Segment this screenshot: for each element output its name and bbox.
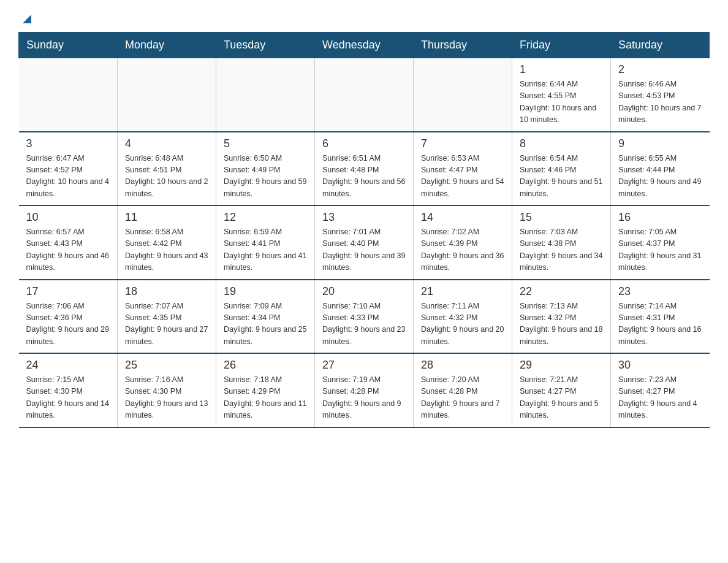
day-info: Sunrise: 7:07 AM Sunset: 4:35 PM Dayligh… (125, 301, 208, 348)
calendar-cell: 27Sunrise: 7:19 AM Sunset: 4:28 PM Dayli… (315, 353, 414, 427)
calendar-cell: 14Sunrise: 7:02 AM Sunset: 4:39 PM Dayli… (414, 205, 512, 280)
calendar-cell: 13Sunrise: 7:01 AM Sunset: 4:40 PM Dayli… (315, 205, 414, 280)
calendar-cell: 12Sunrise: 6:59 AM Sunset: 4:41 PM Dayli… (216, 205, 315, 280)
day-number: 11 (125, 211, 208, 224)
weekday-header-monday: Monday (118, 33, 216, 58)
day-number: 19 (224, 285, 307, 298)
calendar-cell: 11Sunrise: 6:58 AM Sunset: 4:42 PM Dayli… (118, 205, 216, 280)
day-info: Sunrise: 6:59 AM Sunset: 4:41 PM Dayligh… (224, 226, 307, 274)
calendar-cell: 6Sunrise: 6:51 AM Sunset: 4:48 PM Daylig… (315, 132, 414, 206)
day-info: Sunrise: 7:14 AM Sunset: 4:31 PM Dayligh… (618, 301, 702, 348)
calendar-cell: 17Sunrise: 7:06 AM Sunset: 4:36 PM Dayli… (19, 280, 118, 354)
day-number: 16 (618, 211, 702, 224)
weekday-header-tuesday: Tuesday (216, 33, 315, 58)
day-number: 13 (322, 211, 406, 224)
day-info: Sunrise: 7:09 AM Sunset: 4:34 PM Dayligh… (224, 301, 307, 348)
day-info: Sunrise: 7:15 AM Sunset: 4:30 PM Dayligh… (26, 374, 110, 422)
calendar-cell: 4Sunrise: 6:48 AM Sunset: 4:51 PM Daylig… (118, 132, 216, 206)
day-number: 10 (26, 211, 110, 224)
day-info: Sunrise: 7:16 AM Sunset: 4:30 PM Dayligh… (125, 374, 208, 422)
calendar-cell: 3Sunrise: 6:47 AM Sunset: 4:52 PM Daylig… (19, 132, 118, 206)
day-info: Sunrise: 6:55 AM Sunset: 4:44 PM Dayligh… (618, 153, 702, 201)
day-info: Sunrise: 6:57 AM Sunset: 4:43 PM Dayligh… (26, 226, 110, 274)
day-number: 30 (618, 359, 702, 372)
logo (18, 12, 34, 26)
calendar-cell: 22Sunrise: 7:13 AM Sunset: 4:32 PM Dayli… (512, 280, 611, 354)
day-info: Sunrise: 6:53 AM Sunset: 4:47 PM Dayligh… (421, 153, 504, 201)
day-number: 9 (618, 137, 702, 150)
svg-marker-0 (23, 15, 31, 23)
day-info: Sunrise: 6:54 AM Sunset: 4:46 PM Dayligh… (520, 153, 603, 201)
day-number: 18 (125, 285, 208, 298)
day-info: Sunrise: 6:44 AM Sunset: 4:55 PM Dayligh… (520, 79, 603, 126)
calendar-week-row: 3Sunrise: 6:47 AM Sunset: 4:52 PM Daylig… (19, 132, 710, 206)
day-info: Sunrise: 7:18 AM Sunset: 4:29 PM Dayligh… (224, 374, 307, 422)
day-number: 2 (618, 63, 702, 76)
day-number: 17 (26, 285, 110, 298)
day-info: Sunrise: 6:58 AM Sunset: 4:42 PM Dayligh… (125, 226, 208, 274)
day-number: 25 (125, 359, 208, 372)
day-info: Sunrise: 7:10 AM Sunset: 4:33 PM Dayligh… (322, 301, 406, 348)
weekday-header-saturday: Saturday (611, 33, 710, 58)
weekday-header-row: SundayMondayTuesdayWednesdayThursdayFrid… (19, 33, 710, 58)
day-number: 20 (322, 285, 406, 298)
page-header (18, 12, 710, 26)
calendar-cell: 10Sunrise: 6:57 AM Sunset: 4:43 PM Dayli… (19, 205, 118, 280)
day-number: 5 (224, 137, 307, 150)
day-info: Sunrise: 7:02 AM Sunset: 4:39 PM Dayligh… (421, 226, 504, 274)
calendar-cell: 2Sunrise: 6:46 AM Sunset: 4:53 PM Daylig… (611, 58, 710, 132)
calendar-cell (216, 58, 315, 132)
calendar-week-row: 10Sunrise: 6:57 AM Sunset: 4:43 PM Dayli… (19, 205, 710, 280)
logo-icon (20, 12, 34, 28)
day-info: Sunrise: 6:50 AM Sunset: 4:49 PM Dayligh… (224, 153, 307, 201)
calendar-cell (118, 58, 216, 132)
calendar-cell: 24Sunrise: 7:15 AM Sunset: 4:30 PM Dayli… (19, 353, 118, 427)
day-number: 29 (520, 359, 603, 372)
day-info: Sunrise: 7:06 AM Sunset: 4:36 PM Dayligh… (26, 301, 110, 348)
day-number: 14 (421, 211, 504, 224)
calendar-cell: 7Sunrise: 6:53 AM Sunset: 4:47 PM Daylig… (414, 132, 512, 206)
day-info: Sunrise: 7:01 AM Sunset: 4:40 PM Dayligh… (322, 226, 406, 274)
day-number: 3 (26, 137, 110, 150)
day-info: Sunrise: 6:46 AM Sunset: 4:53 PM Dayligh… (618, 79, 702, 126)
calendar-cell: 16Sunrise: 7:05 AM Sunset: 4:37 PM Dayli… (611, 205, 710, 280)
day-number: 15 (520, 211, 603, 224)
day-info: Sunrise: 6:51 AM Sunset: 4:48 PM Dayligh… (322, 153, 406, 201)
day-number: 24 (26, 359, 110, 372)
calendar-cell: 1Sunrise: 6:44 AM Sunset: 4:55 PM Daylig… (512, 58, 611, 132)
day-number: 26 (224, 359, 307, 372)
weekday-header-wednesday: Wednesday (315, 33, 414, 58)
calendar-cell (414, 58, 512, 132)
calendar-cell: 25Sunrise: 7:16 AM Sunset: 4:30 PM Dayli… (118, 353, 216, 427)
day-number: 4 (125, 137, 208, 150)
calendar-cell: 9Sunrise: 6:55 AM Sunset: 4:44 PM Daylig… (611, 132, 710, 206)
day-info: Sunrise: 7:13 AM Sunset: 4:32 PM Dayligh… (520, 301, 603, 348)
calendar-week-row: 24Sunrise: 7:15 AM Sunset: 4:30 PM Dayli… (19, 353, 710, 427)
calendar-cell: 18Sunrise: 7:07 AM Sunset: 4:35 PM Dayli… (118, 280, 216, 354)
day-number: 21 (421, 285, 504, 298)
calendar-week-row: 1Sunrise: 6:44 AM Sunset: 4:55 PM Daylig… (19, 58, 710, 132)
calendar-cell: 21Sunrise: 7:11 AM Sunset: 4:32 PM Dayli… (414, 280, 512, 354)
day-info: Sunrise: 7:03 AM Sunset: 4:38 PM Dayligh… (520, 226, 603, 274)
calendar-cell: 20Sunrise: 7:10 AM Sunset: 4:33 PM Dayli… (315, 280, 414, 354)
weekday-header-friday: Friday (512, 33, 611, 58)
calendar-cell: 28Sunrise: 7:20 AM Sunset: 4:28 PM Dayli… (414, 353, 512, 427)
weekday-header-thursday: Thursday (414, 33, 512, 58)
calendar-cell (19, 58, 118, 132)
calendar-cell: 23Sunrise: 7:14 AM Sunset: 4:31 PM Dayli… (611, 280, 710, 354)
calendar-cell: 26Sunrise: 7:18 AM Sunset: 4:29 PM Dayli… (216, 353, 315, 427)
calendar-cell: 29Sunrise: 7:21 AM Sunset: 4:27 PM Dayli… (512, 353, 611, 427)
day-info: Sunrise: 7:21 AM Sunset: 4:27 PM Dayligh… (520, 374, 603, 422)
day-number: 23 (618, 285, 702, 298)
day-number: 27 (322, 359, 406, 372)
calendar-cell: 15Sunrise: 7:03 AM Sunset: 4:38 PM Dayli… (512, 205, 611, 280)
day-info: Sunrise: 6:48 AM Sunset: 4:51 PM Dayligh… (125, 153, 208, 201)
day-info: Sunrise: 7:20 AM Sunset: 4:28 PM Dayligh… (421, 374, 504, 422)
calendar-cell: 8Sunrise: 6:54 AM Sunset: 4:46 PM Daylig… (512, 132, 611, 206)
weekday-header-sunday: Sunday (19, 33, 118, 58)
day-number: 6 (322, 137, 406, 150)
day-info: Sunrise: 7:05 AM Sunset: 4:37 PM Dayligh… (618, 226, 702, 274)
day-info: Sunrise: 6:47 AM Sunset: 4:52 PM Dayligh… (26, 153, 110, 201)
calendar-table: SundayMondayTuesdayWednesdayThursdayFrid… (18, 32, 710, 428)
day-info: Sunrise: 7:23 AM Sunset: 4:27 PM Dayligh… (618, 374, 702, 422)
